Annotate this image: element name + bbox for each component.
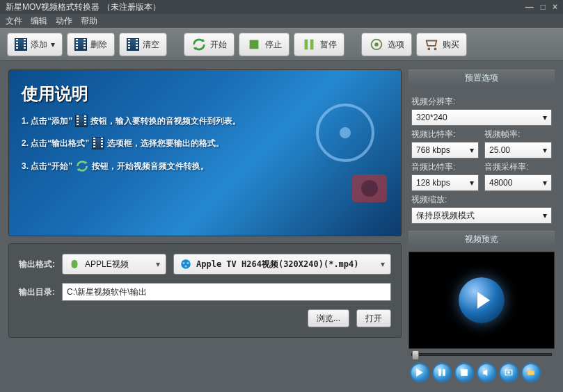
- output-format-select[interactable]: Apple TV H264视频(320X240)(*.mp4)▾: [173, 254, 391, 275]
- gear-icon: [369, 37, 384, 52]
- toolbar: 添加▾ 删除 清空 开始 停止 暂停 选项 购买: [0, 28, 563, 61]
- video-scale-select[interactable]: 保持原视频模式▾: [411, 207, 552, 224]
- film-add-icon: [75, 115, 88, 127]
- preset-panel: 视频分辨率: 320*240▾ 视频比特率: 768 kbps▾ 视频帧率: 2…: [409, 90, 555, 227]
- svg-point-6: [340, 127, 351, 138]
- svg-point-9: [181, 259, 191, 269]
- player-controls: [409, 360, 555, 385]
- output-format-label: 输出格式:: [19, 259, 55, 270]
- decoration-reel-icon: [310, 98, 394, 209]
- volume-icon: [482, 368, 491, 377]
- resolution-label: 视频分辨率:: [411, 96, 552, 108]
- menu-help[interactable]: 帮助: [81, 15, 97, 26]
- pause-button[interactable]: 暂停: [294, 33, 344, 56]
- refresh-icon: [191, 37, 207, 52]
- svg-rect-13: [438, 369, 441, 376]
- svg-point-17: [507, 371, 510, 374]
- seek-slider[interactable]: [409, 353, 555, 356]
- stop-player-button[interactable]: [454, 363, 474, 382]
- preset-title: 预置选项: [409, 70, 555, 86]
- chevron-down-icon: ▾: [543, 211, 547, 220]
- video-bitrate-select[interactable]: 768 kbps▾: [411, 142, 479, 158]
- app-title: 新星MOV视频格式转换器 （未注册版本）: [6, 1, 161, 13]
- stop-icon: [246, 37, 262, 52]
- format-icon: [180, 258, 192, 270]
- play-button[interactable]: [410, 363, 429, 382]
- preview-title: 视频预览: [409, 231, 555, 247]
- film-icon: [92, 137, 104, 149]
- video-fps-label: 视频帧率:: [484, 129, 552, 140]
- maximize-button[interactable]: □: [541, 2, 546, 12]
- folder-button[interactable]: [521, 363, 541, 382]
- pause-button[interactable]: [432, 363, 452, 382]
- output-dir-label: 输出目录:: [19, 286, 55, 298]
- menu-action[interactable]: 动作: [56, 15, 72, 26]
- pause-icon: [438, 368, 446, 377]
- title-bar: 新星MOV视频格式转换器 （未注册版本） — □ ×: [0, 0, 563, 14]
- start-button[interactable]: 开始: [184, 33, 235, 56]
- svg-rect-14: [443, 369, 445, 376]
- play-icon: [415, 368, 424, 377]
- chevron-down-icon: ▾: [543, 145, 547, 155]
- options-button[interactable]: 选项: [361, 33, 412, 56]
- audio-bitrate-select[interactable]: 128 kbps▾: [411, 174, 479, 191]
- svg-rect-2: [310, 40, 314, 50]
- video-bitrate-label: 视频比特率:: [411, 129, 479, 140]
- chevron-down-icon: ▾: [470, 178, 474, 188]
- stop-icon: [460, 368, 468, 377]
- video-fps-select[interactable]: 25.00▾: [484, 142, 552, 158]
- cart-icon: [424, 37, 439, 52]
- film-add-icon: [15, 38, 27, 51]
- slider-thumb[interactable]: [412, 350, 419, 360]
- video-preview: [409, 252, 555, 349]
- volume-button[interactable]: [477, 363, 496, 382]
- chevron-down-icon: ▾: [543, 178, 547, 188]
- svg-point-11: [187, 262, 189, 264]
- svg-point-8: [361, 180, 378, 197]
- chevron-down-icon: ▾: [156, 259, 160, 269]
- browse-button[interactable]: 浏览...: [308, 309, 349, 327]
- chevron-down-icon: ▾: [51, 40, 55, 49]
- film-clear-icon: [127, 38, 139, 51]
- open-button[interactable]: 打开: [356, 309, 391, 327]
- svg-point-4: [374, 42, 379, 47]
- output-dir-input[interactable]: [62, 283, 391, 301]
- stop-button[interactable]: 停止: [239, 33, 290, 56]
- delete-button[interactable]: 删除: [67, 33, 115, 56]
- menu-edit[interactable]: 编辑: [31, 15, 47, 26]
- audio-samplerate-select[interactable]: 48000▾: [484, 174, 552, 191]
- instructions-panel: 使用说明 1. 点击“添加”按钮，输入要转换的音视频文件到列表。 2. 点击“输…: [8, 70, 402, 236]
- audio-samplerate-label: 音频采样率:: [484, 161, 552, 173]
- output-panel: 输出格式: APPLE视频▾ Apple TV H264视频(320X240)(…: [8, 243, 402, 338]
- resolution-select[interactable]: 320*240▾: [411, 109, 552, 126]
- output-category-select[interactable]: APPLE视频▾: [62, 254, 166, 275]
- apple-icon: [68, 258, 81, 270]
- svg-rect-1: [305, 40, 308, 50]
- svg-point-12: [185, 266, 187, 268]
- audio-bitrate-label: 音频比特率:: [411, 161, 479, 173]
- svg-rect-0: [250, 40, 259, 49]
- close-button[interactable]: ×: [553, 2, 557, 12]
- chevron-down-icon: ▾: [381, 259, 385, 269]
- pause-icon: [301, 37, 317, 52]
- refresh-icon: [75, 159, 89, 173]
- add-button[interactable]: 添加▾: [7, 33, 63, 56]
- minimize-button[interactable]: —: [525, 2, 534, 12]
- snapshot-button[interactable]: [499, 363, 518, 382]
- menu-file[interactable]: 文件: [6, 15, 22, 26]
- chevron-down-icon: ▾: [543, 113, 547, 122]
- camera-icon: [505, 368, 513, 377]
- svg-point-10: [183, 262, 185, 264]
- clear-button[interactable]: 清空: [119, 33, 167, 56]
- play-orb-icon: [459, 277, 505, 323]
- buy-button[interactable]: 购买: [416, 33, 467, 56]
- chevron-down-icon: ▾: [470, 145, 474, 155]
- window-controls: — □ ×: [525, 2, 557, 12]
- video-scale-label: 视频缩放:: [411, 194, 552, 206]
- svg-rect-15: [461, 369, 468, 376]
- film-delete-icon: [74, 38, 87, 51]
- menu-bar: 文件 编辑 动作 帮助: [0, 14, 563, 28]
- folder-icon: [527, 368, 535, 377]
